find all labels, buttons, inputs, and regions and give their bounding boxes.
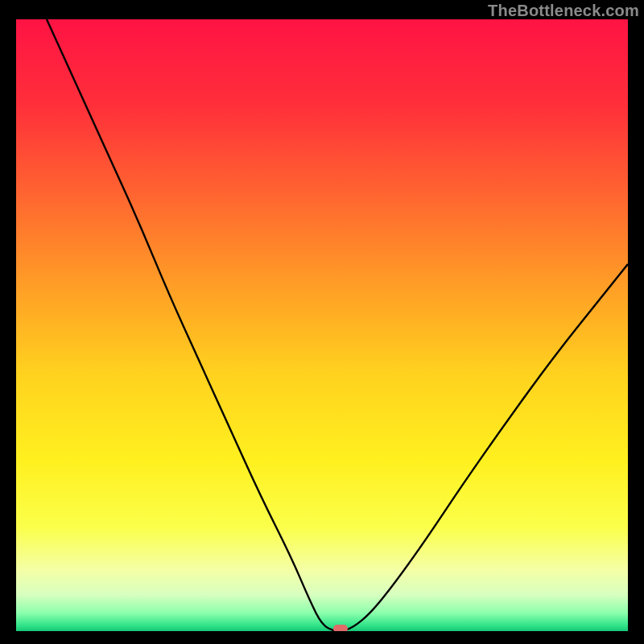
watermark-text: TheBottleneck.com [488, 2, 639, 20]
curve-path [47, 19, 628, 631]
plot-area [16, 19, 628, 631]
minimum-marker [333, 625, 348, 631]
chart-frame: TheBottleneck.com [0, 0, 644, 644]
bottleneck-curve [16, 19, 628, 631]
